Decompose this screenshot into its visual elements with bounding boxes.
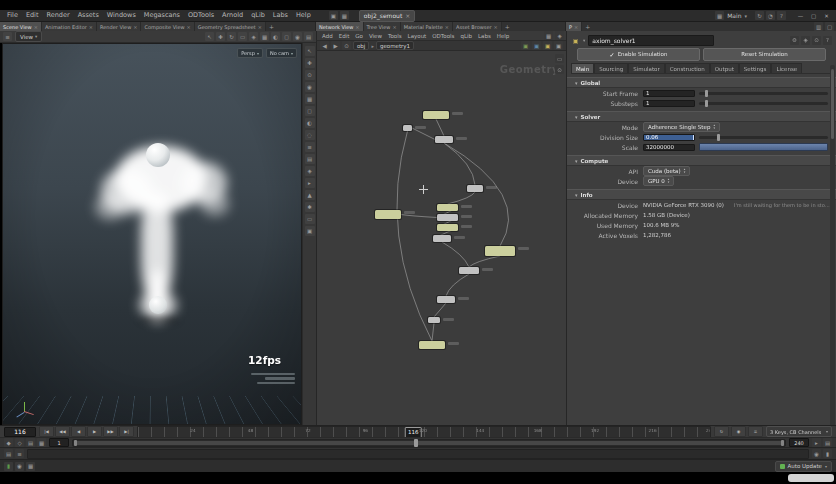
hand-icon[interactable]: ✚ xyxy=(305,58,315,68)
close-icon[interactable]: × xyxy=(574,24,578,30)
back-icon[interactable]: ◀ xyxy=(320,41,329,50)
param-value-ladder[interactable] xyxy=(699,143,828,151)
section-header-global[interactable]: ▾Global xyxy=(567,77,836,88)
pin-icon[interactable]: ⊙ xyxy=(812,36,821,45)
network-tab-asset-browser[interactable]: Asset Browser× xyxy=(453,22,502,31)
close-icon[interactable]: × xyxy=(494,24,498,30)
help-icon[interactable]: ? xyxy=(823,36,832,45)
node-wire[interactable] xyxy=(448,192,476,204)
node-gray-icon[interactable]: ▣ xyxy=(554,41,563,50)
enable-simulation-button[interactable]: ✓ Enable Simulation xyxy=(577,48,700,61)
network-tab-material-palette[interactable]: Material Palette× xyxy=(401,22,453,31)
section-header-compute[interactable]: ▾Compute xyxy=(567,155,836,166)
camera-icon[interactable]: ▤ xyxy=(304,32,313,41)
auto-key-icon[interactable]: ◇ xyxy=(15,438,24,447)
options-icon[interactable]: ≡ xyxy=(748,426,763,437)
node-wire[interactable] xyxy=(434,303,446,317)
scrollbar[interactable] xyxy=(830,65,835,425)
network-menu-labs[interactable]: Labs xyxy=(475,33,494,39)
close-icon[interactable]: × xyxy=(187,24,191,30)
slider-handle[interactable] xyxy=(705,100,708,107)
menu-file[interactable]: File xyxy=(3,10,22,21)
loop-icon[interactable]: ↻ xyxy=(714,426,729,437)
graph-node-3[interactable] xyxy=(467,185,483,192)
scale-tool-icon[interactable]: ▭ xyxy=(238,32,247,41)
play-icon[interactable]: ▸ xyxy=(305,178,315,188)
update-mode-dropdown[interactable]: Auto Update ▾ xyxy=(775,461,832,472)
close-icon[interactable]: × xyxy=(258,24,262,30)
snap-icon[interactable]: ◈ xyxy=(305,166,315,176)
shaded-icon[interactable]: ◐ xyxy=(305,118,315,128)
sync-icon[interactable]: ↻ xyxy=(755,11,764,20)
menu-labs[interactable]: Labs xyxy=(269,10,292,21)
dopesheet-icon[interactable]: ▤ xyxy=(823,438,832,447)
close-icon[interactable]: × xyxy=(392,24,396,30)
network-menu-edit[interactable]: Edit xyxy=(336,33,353,39)
params-tab-parameters[interactable]: P× xyxy=(566,22,582,31)
node-wire[interactable] xyxy=(469,256,500,267)
timeline-ruler[interactable]: 116 24487296120144168192216240 xyxy=(137,426,711,438)
menu-help[interactable]: Help xyxy=(292,10,315,21)
param-tab-main[interactable]: Main xyxy=(571,63,594,73)
left-tab-render-view[interactable]: Render View× xyxy=(97,22,141,31)
close-icon[interactable]: × xyxy=(445,24,449,30)
param-field-scale[interactable]: 32000000 xyxy=(643,144,695,151)
node-wire[interactable] xyxy=(401,215,437,218)
menu-megascans[interactable]: Megascans xyxy=(140,10,184,21)
scene-viewport[interactable]: Persp ▾ No cam ▾ 12fps xyxy=(2,43,302,425)
range-end-handle[interactable] xyxy=(781,440,784,446)
current-frame-field[interactable]: 116 xyxy=(4,427,36,437)
history-icon[interactable]: ≡ xyxy=(15,449,24,458)
network-menu-help[interactable]: Help xyxy=(494,33,513,39)
wireframe-icon[interactable]: ◻ xyxy=(282,32,291,41)
step-forward-button[interactable]: ▶▶ xyxy=(103,426,118,437)
param-menu-device[interactable]: GPU 0▴▾ xyxy=(643,176,674,186)
menu-render[interactable]: Render xyxy=(42,10,73,21)
close-icon[interactable]: × xyxy=(133,24,137,30)
param-slider-division-size[interactable] xyxy=(699,136,828,139)
display-icon[interactable]: ▣ xyxy=(305,226,315,236)
jump-start-button[interactable]: |◀ xyxy=(39,426,54,437)
graph-node-6[interactable] xyxy=(437,214,458,221)
move-tool-icon[interactable]: ✚ xyxy=(216,32,225,41)
graph-node-4[interactable] xyxy=(375,210,401,219)
step-back-button[interactable]: ◀ xyxy=(71,426,86,437)
graph-node-2[interactable] xyxy=(435,136,453,143)
cache-meter-icon[interactable]: ▮ xyxy=(4,462,13,471)
left-tab-geometry-spreadsheet[interactable]: Geometry Spreadsheet× xyxy=(195,22,266,31)
param-tab-sourcing[interactable]: Sourcing xyxy=(594,63,628,73)
marker-icon[interactable]: ▲ xyxy=(305,190,315,200)
lights-icon[interactable]: ◉ xyxy=(293,32,302,41)
node-wire[interactable] xyxy=(432,323,434,341)
message-icon[interactable]: ▤ xyxy=(4,449,13,458)
breadcrumb-item-geometry1[interactable]: geometry1 xyxy=(376,41,414,50)
range-start-handle[interactable] xyxy=(74,440,77,446)
filter-icon[interactable]: ▦ xyxy=(37,438,46,447)
range-end-field[interactable]: 240 xyxy=(789,438,809,447)
node-green-icon[interactable]: ▣ xyxy=(521,41,530,50)
menu-icon[interactable]: ≡ xyxy=(305,142,315,152)
memory-icon[interactable]: ▦ xyxy=(26,462,35,471)
overview-icon[interactable]: ▭ xyxy=(555,54,564,63)
wireframe-icon[interactable]: ◻ xyxy=(305,106,315,116)
param-field-division-size[interactable]: 0.06 xyxy=(643,134,695,141)
playback-range-slider[interactable] xyxy=(72,439,786,447)
network-menu-qlib[interactable]: qLib xyxy=(457,33,475,39)
slider-handle[interactable] xyxy=(705,90,708,97)
node-yellow-icon[interactable]: ▣ xyxy=(543,41,552,50)
param-tab-license[interactable]: License xyxy=(771,63,802,73)
graph-node-11[interactable] xyxy=(437,296,455,303)
minimize-button[interactable]: — xyxy=(796,11,805,20)
menu-windows[interactable]: Windows xyxy=(103,10,140,21)
gear-icon[interactable]: ⚙ xyxy=(790,36,799,45)
param-tab-construction[interactable]: Construction xyxy=(665,63,710,73)
param-slider-substeps[interactable] xyxy=(699,102,828,105)
param-tab-simulator[interactable]: Simulator xyxy=(628,63,665,73)
new-pane-tab-button[interactable]: + xyxy=(266,22,277,31)
node-wire[interactable] xyxy=(397,131,432,341)
ghost-icon[interactable]: ◌ xyxy=(305,130,315,140)
graph-node-0[interactable] xyxy=(423,111,449,119)
node-wire[interactable] xyxy=(412,128,435,140)
pin-icon[interactable]: ⊙ xyxy=(342,41,351,50)
fx-icon[interactable]: ✱ xyxy=(305,202,315,212)
